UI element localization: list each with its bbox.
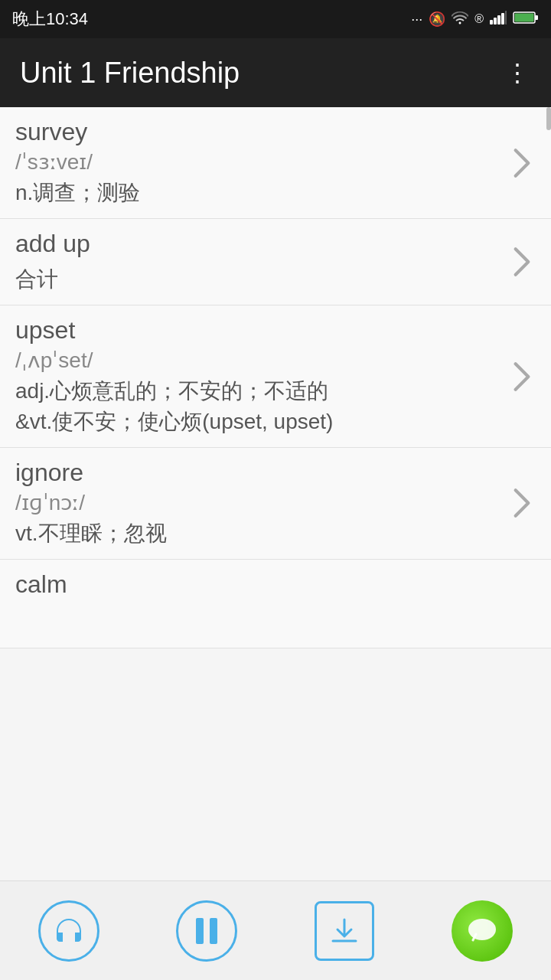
chevron-button[interactable] [505, 146, 539, 180]
pause-icon [176, 900, 237, 962]
app-bar: Unit 1 Friendship ⋮ [0, 38, 551, 107]
word-list: survey /ˈsɜːveɪ/ n.调查；测验 add up 合计 upset… [0, 107, 551, 880]
svg-rect-6 [535, 15, 538, 20]
word-phonetic: /ˌʌpˈset/ [15, 348, 536, 373]
word-item-ignore: ignore /ɪɡˈnɔː/ vt.不理睬；忽视 [0, 448, 551, 560]
pause-button[interactable] [172, 897, 241, 965]
wifi-icon [452, 11, 468, 28]
svg-rect-1 [494, 18, 497, 24]
registered-icon: ® [474, 12, 484, 26]
chevron-button[interactable] [505, 360, 539, 394]
chat-bubble-icon [452, 900, 513, 962]
overflow-icon: ··· [411, 11, 422, 28]
svg-rect-4 [505, 11, 507, 24]
more-menu-icon[interactable]: ⋮ [505, 58, 531, 87]
word-english: survey [15, 118, 536, 146]
svg-rect-2 [497, 15, 500, 24]
word-english: add up [15, 230, 536, 258]
word-item-survey: survey /ˈsɜːveɪ/ n.调查；测验 [0, 107, 551, 219]
chat-button[interactable] [448, 897, 517, 965]
svg-rect-0 [490, 20, 493, 24]
word-chinese: adj.心烦意乱的；不安的；不适的&vt.使不安；使心烦(upset, upse… [15, 376, 536, 436]
bell-icon: 🔕 [429, 11, 445, 28]
download-button[interactable] [310, 897, 379, 965]
pause-bar-left [196, 918, 204, 944]
word-english: upset [15, 316, 536, 345]
word-chinese: 合计 [15, 264, 536, 294]
svg-rect-7 [515, 13, 534, 21]
word-item-upset: upset /ˌʌpˈset/ adj.心烦意乱的；不安的；不适的&vt.使不安… [0, 305, 551, 447]
page-title: Unit 1 Friendship [20, 57, 240, 90]
signal-icon [490, 11, 507, 28]
word-phonetic: /ɪɡˈnɔː/ [15, 490, 536, 515]
status-time: 晚上10:34 [12, 8, 88, 31]
headphone-button[interactable] [34, 897, 103, 965]
word-item-calm: calm [0, 560, 551, 648]
battery-icon [513, 11, 539, 28]
headphone-icon [38, 900, 99, 962]
status-bar: 晚上10:34 ··· 🔕 ® [0, 0, 551, 38]
word-chinese: vt.不理睬；忽视 [15, 518, 536, 548]
word-phonetic: /ˈsɜːveɪ/ [15, 149, 536, 175]
pause-bar-right [210, 918, 217, 944]
bottom-nav [0, 880, 551, 980]
download-icon [315, 901, 374, 961]
svg-point-8 [468, 919, 496, 940]
word-item-add-up: add up 合计 [0, 219, 551, 305]
word-chinese: n.调查；测验 [15, 178, 536, 207]
word-english: ignore [15, 459, 536, 487]
scrollbar [546, 107, 551, 130]
chevron-button[interactable] [505, 245, 539, 279]
status-icons: ··· 🔕 ® [411, 11, 539, 28]
chevron-button[interactable] [505, 486, 539, 520]
svg-rect-3 [501, 13, 504, 24]
word-english: calm [15, 570, 536, 599]
